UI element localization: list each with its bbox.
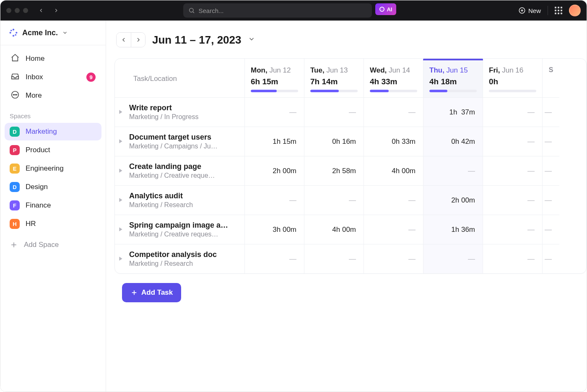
next-week-button[interactable] <box>131 33 145 47</box>
day-header[interactable]: Mon, Jun 12 6h 15m <box>245 59 304 98</box>
expand-caret-icon[interactable] <box>118 226 126 234</box>
time-cell[interactable]: 0h 42m <box>423 127 483 156</box>
plus-icon <box>10 241 18 249</box>
time-cell[interactable]: 1h 37m <box>423 98 483 127</box>
user-avatar[interactable] <box>569 5 581 16</box>
time-cell[interactable]: — <box>483 244 543 273</box>
time-cell[interactable]: — <box>483 98 543 127</box>
task-path: Marketing / Campaigns / Ju… <box>129 143 218 150</box>
svg-point-8 <box>16 32 17 34</box>
space-chip: D <box>10 127 20 137</box>
time-cell[interactable]: — <box>483 127 543 156</box>
history-back-button[interactable] <box>36 5 47 16</box>
time-cell[interactable]: 2h 00m <box>245 156 304 186</box>
task-cell[interactable]: Competitor analysis doc Marketing / Rese… <box>115 244 245 273</box>
svg-point-13 <box>15 94 16 95</box>
space-chip: F <box>10 200 20 210</box>
time-cell[interactable]: 3h 00m <box>245 215 304 244</box>
task-path: Marketing / In Progress <box>129 113 198 121</box>
task-cell[interactable]: Document target users Marketing / Campai… <box>115 127 245 156</box>
date-range-picker[interactable] <box>248 35 255 44</box>
time-cell[interactable]: — <box>364 186 423 215</box>
time-cell[interactable]: 2h 00m <box>423 186 483 215</box>
time-cell[interactable]: — <box>543 186 559 215</box>
nav-item-more[interactable]: More <box>5 86 101 105</box>
space-item-engineering[interactable]: E Engineering <box>5 160 101 177</box>
space-label: Design <box>26 183 48 191</box>
time-cell[interactable]: — <box>304 244 364 273</box>
expand-caret-icon[interactable] <box>118 255 126 263</box>
time-cell[interactable]: — <box>245 244 304 273</box>
time-cell[interactable]: — <box>543 127 559 156</box>
space-item-product[interactable]: P Product <box>5 141 101 159</box>
apps-icon[interactable] <box>555 7 562 14</box>
day-header[interactable]: Thu, Jun 15 4h 18m <box>423 59 483 98</box>
time-cell[interactable]: — <box>304 98 364 127</box>
time-cell[interactable]: — <box>304 186 364 215</box>
time-cell[interactable]: — <box>483 156 543 186</box>
time-cell[interactable]: — <box>543 244 559 273</box>
expand-caret-icon[interactable] <box>118 138 126 145</box>
task-cell[interactable]: Write report Marketing / In Progress <box>115 98 245 127</box>
time-cell[interactable]: 0h 16m <box>304 127 364 156</box>
time-cell[interactable]: — <box>543 156 559 186</box>
space-label: Finance <box>26 201 51 210</box>
day-header[interactable]: Fri, Jun 16 0h <box>483 59 543 98</box>
svg-marker-17 <box>119 110 122 114</box>
workspace-switcher[interactable]: Acme Inc. <box>0 21 106 45</box>
time-cell[interactable]: 0h 33m <box>364 127 423 156</box>
space-item-finance[interactable]: F Finance <box>5 197 101 214</box>
time-cell[interactable]: — <box>364 98 423 127</box>
svg-point-5 <box>13 29 14 31</box>
space-label: Product <box>26 146 50 154</box>
time-cell[interactable]: — <box>543 98 559 127</box>
svg-point-12 <box>13 94 14 95</box>
time-cell[interactable]: — <box>543 215 559 244</box>
add-task-button[interactable]: Add Task <box>122 283 181 302</box>
task-title: Document target users <box>129 133 218 142</box>
window-controls[interactable] <box>6 8 28 13</box>
workspace-logo-icon <box>9 28 18 37</box>
time-cell[interactable]: 2h 58m <box>304 156 364 186</box>
task-cell[interactable]: Spring campaign image a… Marketing / Cre… <box>115 215 245 244</box>
task-cell[interactable]: Analytics audit Marketing / Research <box>115 186 245 215</box>
time-cell[interactable]: — <box>483 215 543 244</box>
task-path: Marketing / Creative reques… <box>129 231 228 238</box>
day-header[interactable]: Tue, Jun 13 7h 14m <box>304 59 364 98</box>
space-chip: H <box>10 219 20 229</box>
time-cell[interactable]: — <box>364 244 423 273</box>
expand-caret-icon[interactable] <box>118 167 126 175</box>
ai-button[interactable]: AI <box>375 3 396 15</box>
space-item-design[interactable]: D Design <box>5 178 101 196</box>
space-item-marketing[interactable]: D Marketing <box>5 123 101 140</box>
time-cell[interactable]: 4h 00m <box>304 215 364 244</box>
svg-line-1 <box>193 12 194 13</box>
nav-item-home[interactable]: Home <box>5 49 101 68</box>
nav-item-inbox[interactable]: Inbox 9 <box>5 68 101 86</box>
time-cell[interactable]: 1h 15m <box>245 127 304 156</box>
time-cell[interactable]: 1h 36m <box>423 215 483 244</box>
global-search[interactable]: Search... <box>183 3 372 18</box>
history-forward-button[interactable] <box>51 5 62 16</box>
space-chip: P <box>10 145 20 155</box>
task-cell[interactable]: Create landing page Marketing / Creative… <box>115 156 245 186</box>
svg-point-0 <box>190 8 193 12</box>
add-space-button[interactable]: Add Space <box>5 236 101 254</box>
time-cell[interactable]: — <box>423 156 483 186</box>
task-path: Marketing / Research <box>129 260 217 267</box>
time-cell[interactable]: — <box>364 215 423 244</box>
new-button[interactable]: New <box>518 7 541 14</box>
time-cell[interactable]: — <box>483 186 543 215</box>
more-icon <box>10 90 20 101</box>
time-cell[interactable]: — <box>245 186 304 215</box>
expand-caret-icon[interactable] <box>118 197 126 204</box>
time-cell[interactable]: — <box>423 244 483 273</box>
task-path: Marketing / Research <box>129 201 193 209</box>
expand-caret-icon[interactable] <box>118 109 126 116</box>
time-cell[interactable]: — <box>245 98 304 127</box>
prev-week-button[interactable] <box>117 33 131 47</box>
task-path: Marketing / Creative reque… <box>129 172 215 179</box>
day-header[interactable]: Wed, Jun 14 4h 33m <box>364 59 423 98</box>
space-item-hr[interactable]: H HR <box>5 215 101 233</box>
time-cell[interactable]: 4h 00m <box>364 156 423 186</box>
